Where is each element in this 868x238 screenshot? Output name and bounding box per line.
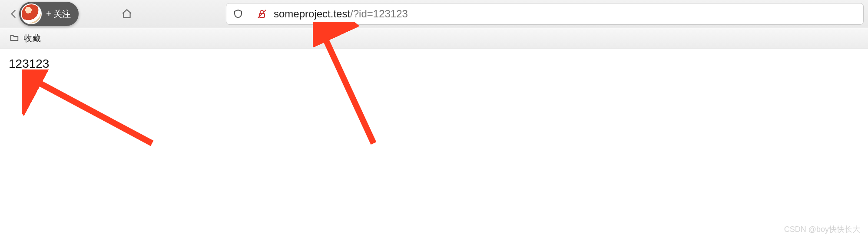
bookmarks-bar: 收藏	[0, 28, 868, 49]
follow-label: + 关注	[46, 8, 71, 20]
home-icon	[121, 8, 133, 20]
url-text[interactable]: someproject.test/?id=123123	[274, 8, 857, 20]
separator	[250, 8, 250, 20]
favorites-folder-label[interactable]: 收藏	[23, 33, 41, 44]
page-body-text: 123123	[9, 57, 49, 70]
svg-line-3	[30, 78, 152, 143]
lock-slash-icon[interactable]	[256, 8, 268, 20]
back-icon	[8, 8, 20, 20]
annotation-arrow-body	[22, 69, 161, 156]
page-content: 123123	[0, 49, 868, 79]
address-bar[interactable]: someproject.test/?id=123123	[226, 3, 864, 25]
browser-toolbar: + 关注 someproject.test/?id=123123	[0, 0, 868, 28]
plus-icon: +	[46, 9, 52, 19]
folder-icon[interactable]	[9, 33, 20, 44]
watermark: CSDN @boy快快长大	[784, 224, 860, 235]
follow-pill[interactable]: + 关注	[19, 2, 79, 26]
shield-icon[interactable]	[232, 8, 244, 20]
home-button[interactable]	[117, 4, 136, 23]
avatar	[21, 3, 42, 24]
